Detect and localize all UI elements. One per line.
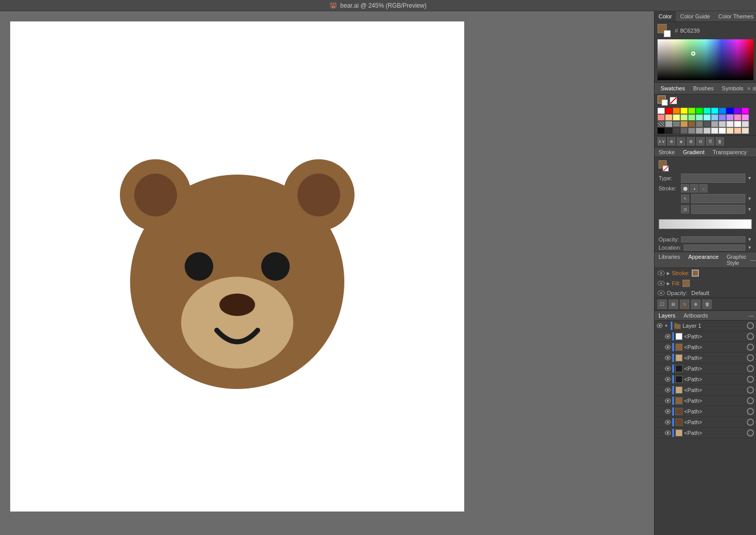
swatch-cell[interactable]	[665, 114, 672, 120]
expand-arrow[interactable]: ▶	[667, 271, 670, 276]
swatches-tool-5[interactable]: ⊟	[696, 137, 704, 145]
fill-visibility-eye[interactable]	[658, 281, 665, 286]
swatch-cell[interactable]	[688, 128, 695, 134]
layer-path-row-8[interactable]: <Path>	[654, 406, 756, 417]
anchor-icon-2[interactable]: ⊡	[681, 205, 689, 213]
angle-input[interactable]	[691, 194, 745, 203]
type-dropdown[interactable]	[681, 174, 745, 183]
path-target-5[interactable]	[747, 376, 754, 383]
tab-symbols[interactable]: Symbols	[718, 84, 747, 93]
layer-path-row-1[interactable]: <Path>	[654, 331, 756, 342]
appearance-menu-icon[interactable]: —	[750, 257, 755, 263]
tab-layers[interactable]: Layers	[654, 311, 679, 320]
swatches-tool-3[interactable]: ◈	[677, 137, 685, 145]
appearance-tool-grid[interactable]: ⊞	[669, 300, 678, 309]
swatches-tool-4[interactable]: ⊞	[687, 137, 695, 145]
tab-color-guide[interactable]: Color Guide	[676, 11, 714, 21]
path-target-4[interactable]	[747, 365, 754, 372]
swatch-cell[interactable]	[726, 114, 734, 120]
swatch-cell[interactable]	[673, 114, 680, 120]
tab-graphic-style[interactable]: Graphic Style	[723, 252, 751, 268]
swatch-cell[interactable]	[665, 128, 672, 134]
tab-swatches[interactable]: Swatches	[657, 84, 689, 93]
swatch-fg-bg[interactable]	[658, 95, 668, 106]
tab-color-themes[interactable]: Color Themes	[714, 11, 756, 21]
appearance-tool-check[interactable]: ☐	[658, 300, 667, 309]
path-eye-4[interactable]	[665, 366, 671, 371]
swatches-tool-1[interactable]: ∧∨	[658, 137, 666, 145]
layer-path-row-3[interactable]: <Path>	[654, 353, 756, 363]
swatch-cell[interactable]	[711, 121, 718, 127]
canvas-area[interactable]	[0, 11, 654, 535]
appearance-fill-swatch[interactable]	[683, 280, 690, 287]
path-target-8[interactable]	[747, 408, 754, 415]
appearance-stroke-swatch[interactable]	[692, 270, 699, 277]
layers-menu-icon[interactable]: —	[749, 313, 754, 319]
layer-path-row-2[interactable]: <Path>	[654, 342, 756, 353]
stroke-icon-2[interactable]: ⬥	[690, 184, 698, 192]
swatch-cell[interactable]	[719, 114, 726, 120]
tab-brushes[interactable]: Brushes	[689, 84, 718, 93]
path-target-9[interactable]	[747, 419, 754, 426]
swatch-cell[interactable]	[742, 121, 749, 127]
tab-color[interactable]: Color	[654, 11, 676, 21]
path-eye-2[interactable]	[665, 345, 671, 350]
path-eye-5[interactable]	[665, 377, 671, 382]
swatch-cell[interactable]	[658, 108, 665, 114]
swatch-cell[interactable]	[703, 114, 711, 120]
layer-expand-arrow[interactable]: ▼	[664, 324, 669, 328]
swatch-cell[interactable]	[734, 121, 741, 127]
path-target-1[interactable]	[747, 333, 754, 340]
swatch-cell[interactable]	[726, 128, 734, 134]
layer-group-row[interactable]: ▼ Layer 1	[654, 321, 756, 331]
swatches-tool-7[interactable]: 🗑	[716, 137, 724, 145]
path-target-2[interactable]	[747, 344, 754, 351]
swatch-cell[interactable]	[688, 114, 695, 120]
color-bg-swatch[interactable]	[664, 30, 671, 37]
appearance-tool-copy[interactable]: ⊕	[691, 300, 700, 309]
length-input[interactable]	[691, 205, 745, 214]
tab-libraries[interactable]: Libraries	[654, 252, 684, 268]
swatch-cell[interactable]	[681, 128, 688, 134]
swatch-cell[interactable]	[696, 114, 703, 120]
appearance-tool-delete[interactable]: 🗑	[702, 300, 712, 309]
path-eye-1[interactable]	[665, 334, 671, 339]
swatch-cell[interactable]	[719, 121, 726, 127]
swatch-cell[interactable]	[665, 108, 672, 114]
swatch-cell[interactable]	[734, 108, 741, 114]
opacity-slider[interactable]	[681, 236, 745, 242]
swatch-cell[interactable]	[658, 128, 665, 134]
path-target-6[interactable]	[747, 386, 754, 394]
appearance-tool-fx[interactable]: fx	[680, 300, 689, 309]
artboard[interactable]	[10, 21, 464, 512]
swatch-cell[interactable]	[742, 108, 749, 114]
layer-path-row-9[interactable]: <Path>	[654, 417, 756, 428]
color-spectrum[interactable]	[658, 39, 753, 80]
swatch-cell[interactable]	[711, 128, 718, 134]
swatch-cell[interactable]	[681, 121, 688, 127]
tab-gradient[interactable]: Gradient	[679, 148, 709, 157]
opacity-visibility-eye[interactable]	[658, 290, 665, 296]
swatch-cell[interactable]	[742, 128, 749, 134]
swatches-tool-6[interactable]: ☰	[706, 137, 714, 145]
swatch-cell[interactable]	[734, 114, 741, 120]
swatch-cell[interactable]	[673, 121, 680, 127]
swatch-cell[interactable]	[696, 108, 703, 114]
path-eye-3[interactable]	[665, 355, 671, 360]
path-target-10[interactable]	[747, 429, 754, 436]
path-eye-9[interactable]	[665, 420, 671, 425]
swatch-cell[interactable]	[665, 121, 672, 127]
swatch-cell[interactable]	[719, 128, 726, 134]
stroke-icon-1[interactable]: ⬤	[681, 184, 689, 192]
swatch-cell[interactable]	[703, 128, 711, 134]
tab-appearance[interactable]: Appearance	[684, 252, 722, 268]
swatch-none[interactable]	[670, 97, 677, 104]
tab-transparency[interactable]: Transparency	[709, 148, 751, 157]
layer-target-1[interactable]	[747, 322, 754, 329]
location-slider[interactable]	[684, 245, 745, 251]
path-eye-10[interactable]	[665, 430, 671, 435]
list-view-icon[interactable]: ≡	[747, 86, 750, 91]
swatch-cell[interactable]	[673, 108, 680, 114]
swatch-cell[interactable]	[711, 108, 718, 114]
stroke-icon-3[interactable]: ⬦	[699, 184, 708, 192]
